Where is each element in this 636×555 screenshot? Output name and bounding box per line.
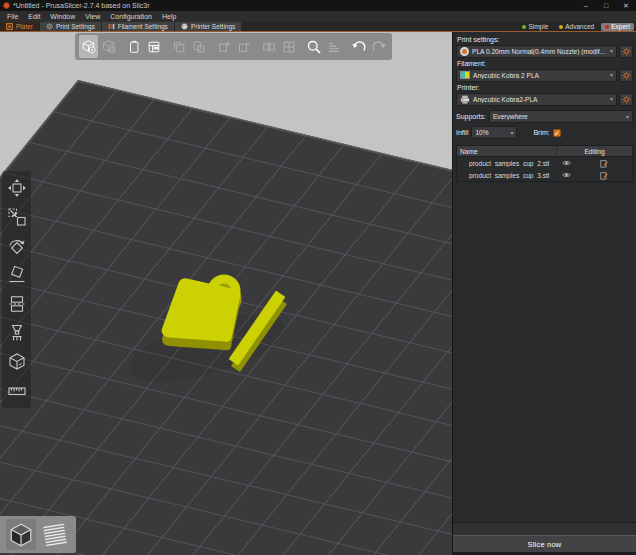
add-instance-button[interactable]: [214, 35, 233, 58]
ruler-icon: [7, 381, 27, 401]
3d-viewport[interactable]: [0, 32, 452, 555]
table-row[interactable]: product_samples_cup_3.stl: [457, 169, 632, 181]
edit-icon: [600, 171, 608, 180]
scale-gizmo-button[interactable]: [6, 206, 28, 228]
supports-combo[interactable]: Everywhere ▾: [489, 110, 633, 123]
infill-combo[interactable]: 10% ▾: [471, 126, 517, 139]
mode-expert[interactable]: Expert: [601, 23, 634, 31]
tab-plater[interactable]: Plater: [0, 22, 40, 31]
chevron-down-icon: ▾: [626, 114, 629, 120]
delete-cube-icon: [101, 39, 116, 54]
edit-object-button[interactable]: [576, 171, 632, 180]
filament-gear-button[interactable]: [619, 69, 633, 82]
printer-icon: [181, 23, 188, 30]
paint-on-supports-gizmo-button[interactable]: [6, 322, 28, 344]
infill-value: 10%: [475, 129, 507, 136]
plater-icon: [6, 23, 13, 30]
clipboard-icon: [127, 40, 141, 54]
cut-gizmo-button[interactable]: [6, 293, 28, 315]
menu-help[interactable]: Help: [157, 11, 181, 22]
menu-bar: File Edit Window View Configuration Help: [0, 11, 636, 22]
scene-objects: [0, 32, 452, 555]
search-icon: [306, 39, 322, 55]
mode-switcher: Simple Advanced Expert: [518, 22, 636, 31]
mode-advanced[interactable]: Advanced: [555, 23, 598, 31]
print-settings-combo[interactable]: PLA 0.20mm Normal(0.4mm Nozzle) (modifie…: [456, 45, 617, 58]
arrange-grid-icon: [147, 40, 161, 54]
edit-object-button[interactable]: [576, 159, 632, 168]
mode-simple[interactable]: Simple: [518, 23, 552, 31]
advanced-mode-dot-icon: [559, 25, 563, 29]
rotate-icon: [7, 236, 27, 256]
remove-instance-button[interactable]: [234, 35, 253, 58]
add-cube-icon: [81, 39, 96, 54]
tab-filament-settings[interactable]: Filament Settings: [102, 22, 175, 31]
print-settings-gear-button[interactable]: [619, 45, 633, 58]
printer-value: Anycubic Kobra2-PLA: [473, 96, 607, 103]
tab-print-settings[interactable]: Print Settings: [40, 22, 102, 31]
delete-all-button[interactable]: [124, 35, 143, 58]
object-list: Name Editing product_samples_cup_2.stl: [456, 145, 633, 182]
visibility-toggle[interactable]: [556, 160, 576, 166]
brim-checkbox[interactable]: ✓: [553, 129, 561, 137]
edit-icon: [600, 159, 608, 168]
seam-painting-gizmo-button[interactable]: [6, 351, 28, 373]
delete-button[interactable]: [99, 35, 118, 58]
print-settings-value: PLA 0.20mm Normal(0.4mm Nozzle) (modifie…: [472, 48, 607, 55]
printer-gear-button[interactable]: [619, 93, 633, 106]
brim-label: Brim:: [533, 129, 549, 136]
expert-mode-dot-icon: [605, 25, 609, 29]
simple-mode-dot-icon: [522, 25, 526, 29]
sliced-layers-icon: [41, 522, 69, 548]
minimize-button[interactable]: –: [576, 0, 596, 11]
add-instance-icon: [217, 40, 231, 54]
menu-view[interactable]: View: [80, 11, 105, 22]
name-column-header: Name: [457, 148, 556, 155]
infill-label: Infill: [456, 129, 468, 136]
menu-file[interactable]: File: [2, 11, 23, 22]
layer-height-icon: [327, 40, 341, 54]
3d-editor-view-button[interactable]: [6, 519, 36, 550]
split-to-objects-button[interactable]: [259, 35, 278, 58]
table-row[interactable]: product_samples_cup_2.stl: [457, 157, 632, 169]
place-on-face-gizmo-button[interactable]: [6, 264, 28, 286]
gear-icon: [622, 95, 631, 104]
redo-button[interactable]: [369, 35, 388, 58]
search-button[interactable]: [304, 35, 323, 58]
rotate-gizmo-button[interactable]: [6, 235, 28, 257]
gizmo-toolbar: [2, 171, 31, 408]
gear-icon: [622, 71, 631, 80]
move-gizmo-button[interactable]: [6, 177, 28, 199]
prusaslicer-window: *Untitled - PrusaSlicer-2.7.4 based on S…: [0, 0, 636, 555]
tab-printer-settings[interactable]: Printer Settings: [175, 22, 242, 31]
measure-gizmo-button[interactable]: [6, 380, 28, 402]
object-name: product_samples_cup_3.stl: [457, 172, 556, 179]
arrange-button[interactable]: [144, 35, 163, 58]
top-toolbar: [75, 33, 392, 60]
place-on-face-icon: [7, 265, 27, 285]
filament-combo[interactable]: Anycubic Kobra 2 PLA ▾: [456, 69, 617, 82]
undo-button[interactable]: [349, 35, 368, 58]
menu-configuration[interactable]: Configuration: [105, 11, 157, 22]
copy-button[interactable]: [169, 35, 188, 58]
close-button[interactable]: ✕: [616, 0, 636, 11]
move-icon: [7, 178, 27, 198]
supports-label: Supports:: [456, 113, 486, 120]
slice-now-button[interactable]: Slice now: [453, 535, 636, 552]
paste-button[interactable]: [189, 35, 208, 58]
maximize-button[interactable]: □: [596, 0, 616, 11]
3d-cube-icon: [8, 522, 34, 548]
variable-layer-height-button[interactable]: [324, 35, 343, 58]
visibility-toggle[interactable]: [556, 172, 576, 178]
menu-window[interactable]: Window: [45, 11, 80, 22]
add-button[interactable]: [79, 35, 98, 58]
menu-edit[interactable]: Edit: [23, 11, 45, 22]
remove-instance-icon: [237, 40, 251, 54]
copy-icon: [172, 40, 186, 54]
supports-value: Everywhere: [493, 113, 623, 120]
tab-bar: Plater Print Settings Filament Settings …: [0, 22, 636, 32]
split-to-parts-button[interactable]: [279, 35, 298, 58]
printer-icon: [460, 95, 470, 104]
preview-layers-view-button[interactable]: [40, 519, 70, 550]
printer-combo[interactable]: Anycubic Kobra2-PLA ▾: [456, 93, 617, 106]
